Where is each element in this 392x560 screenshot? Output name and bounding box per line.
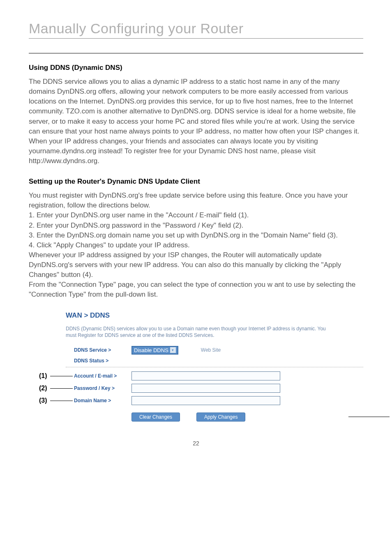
- section1-heading: Using DDNS (Dynamic DNS): [29, 64, 363, 72]
- account-row: (1) Account / E-mail >: [66, 371, 363, 380]
- page-title: Manually Configuring your Router: [29, 21, 363, 37]
- ddns-panel: WAN > DDNS DDNS (Dynamic DNS) services a…: [66, 311, 363, 422]
- callout-2: (2): [39, 385, 47, 392]
- callout-1: (1): [39, 372, 47, 380]
- password-label: Password / Key >: [66, 385, 131, 391]
- title-underline: [29, 38, 363, 39]
- callout-4-wrap: (4): [348, 413, 392, 421]
- page-number: 22: [29, 440, 363, 447]
- section2-body: You must register with DynDNS.org's free…: [29, 191, 363, 300]
- ddns-service-value: Disable DDNS: [134, 347, 168, 353]
- divider: [29, 53, 363, 53]
- password-row: (2) Password / Key >: [66, 384, 363, 393]
- callout-4-line: [348, 417, 390, 417]
- clear-changes-button[interactable]: Clear Changes: [131, 413, 180, 422]
- ddns-panel-title: WAN > DDNS: [66, 311, 363, 320]
- ddns-service-select[interactable]: Disable DDNS ▾: [131, 346, 178, 355]
- callout-3-line: [50, 401, 73, 401]
- domain-input[interactable]: [131, 396, 280, 405]
- apply-changes-button[interactable]: Apply Changes: [196, 413, 245, 422]
- callout-1-line: [50, 376, 73, 376]
- section1-body: The DDNS service allows you to alias a d…: [29, 77, 363, 166]
- dotted-divider: [66, 367, 363, 367]
- ddns-panel-desc: DDNS (Dynamic DNS) services allow you to…: [66, 325, 329, 339]
- password-input[interactable]: [131, 384, 280, 393]
- button-row: Clear Changes Apply Changes (4): [131, 413, 363, 422]
- web-site-link[interactable]: Web Site: [201, 347, 221, 353]
- ddns-status-row: DDNS Status >: [66, 358, 363, 364]
- ddns-status-label: DDNS Status >: [66, 358, 131, 364]
- callout-3: (3): [39, 397, 47, 404]
- ddns-service-row: DDNS Service > Disable DDNS ▾ Web Site: [66, 346, 363, 355]
- domain-row: (3) Domain Name >: [66, 396, 363, 405]
- account-input[interactable]: [131, 371, 280, 380]
- chevron-down-icon: ▾: [170, 347, 176, 353]
- callout-2-line: [50, 388, 73, 389]
- account-label: Account / E-mail >: [66, 373, 131, 379]
- domain-label: Domain Name >: [66, 398, 131, 403]
- ddns-service-label: DDNS Service >: [66, 347, 131, 353]
- section2-heading: Setting up the Router's Dynamic DNS Upda…: [29, 177, 363, 186]
